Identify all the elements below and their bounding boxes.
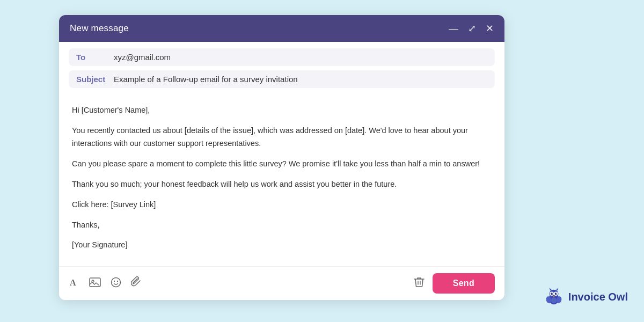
image-icon[interactable] [89,277,101,290]
toolbar-left: A [69,276,142,291]
email-fields: To xyz@gmail.com Subject Example of a Fo… [59,42,504,94]
page-wrapper: New message — ⤢ ✕ To xyz@gmail.com Subje… [0,0,644,322]
window-title: New message [70,23,129,34]
close-button[interactable]: ✕ [486,23,494,34]
email-window: New message — ⤢ ✕ To xyz@gmail.com Subje… [59,15,504,300]
delete-button[interactable] [413,276,425,291]
owl-icon [544,287,564,307]
body-line-2: You recently contacted us about [details… [72,125,492,150]
subject-field-row: Subject Example of a Follow-up email for… [69,70,495,88]
body-line-6: Thanks, [72,219,492,232]
svg-point-16 [552,293,553,294]
send-button[interactable]: Send [433,273,495,294]
svg-point-3 [112,277,121,287]
svg-point-17 [556,293,557,294]
svg-marker-10 [549,288,552,291]
svg-marker-11 [556,288,559,291]
svg-point-4 [114,280,115,281]
email-toolbar: A [59,266,504,300]
branding: Invoice Owl [544,287,628,307]
svg-point-2 [92,280,94,282]
toolbar-right: Send [413,273,495,294]
brand-name: Invoice Owl [568,290,628,303]
window-controls: — ⤢ ✕ [449,23,494,34]
svg-point-14 [551,292,553,295]
attach-icon[interactable] [131,276,142,291]
subject-value[interactable]: Example of a Follow-up email for a surve… [114,75,298,84]
svg-point-19 [551,297,557,303]
body-line-1: Hi [Customer's Name], [72,104,492,117]
svg-point-5 [117,280,118,281]
to-value[interactable]: xyz@gmail.com [114,53,171,62]
emoji-icon[interactable] [111,277,121,290]
expand-button[interactable]: ⤢ [468,23,476,34]
email-body[interactable]: Hi [Customer's Name], You recently conta… [59,94,504,266]
body-line-7: [Your Signature] [72,239,492,252]
body-line-3: Can you please spare a moment to complet… [72,158,492,171]
body-line-4: Thank you so much; your honest feedback … [72,178,492,191]
title-bar: New message — ⤢ ✕ [59,15,504,42]
to-label: To [76,53,114,62]
svg-point-15 [555,292,557,295]
minimize-button[interactable]: — [449,23,458,34]
body-line-5: Click here: [Survey Link] [72,199,492,211]
subject-label: Subject [76,75,114,84]
svg-text:A: A [70,278,76,287]
to-field-row: To xyz@gmail.com [69,48,495,66]
text-format-icon[interactable]: A [69,277,79,290]
